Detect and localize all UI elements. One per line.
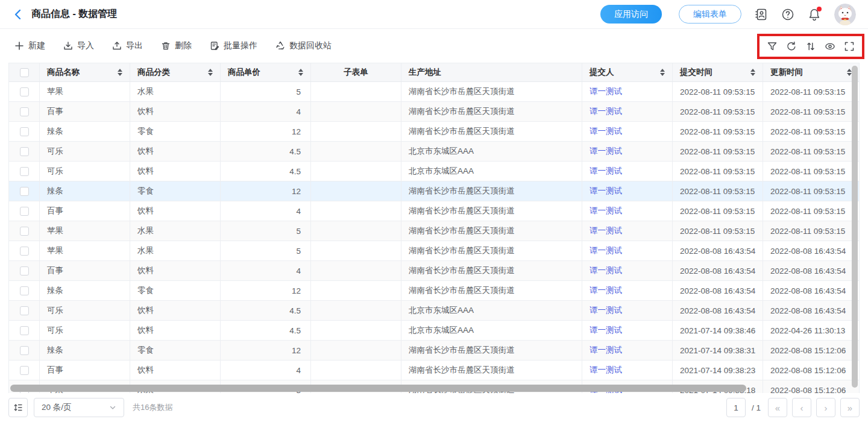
last-page-icon[interactable]: »	[840, 398, 860, 417]
table-row[interactable]: 百事饮料4湖南省长沙市岳麓区天顶街道谭一测试2021-07-14 09:38:2…	[9, 361, 859, 380]
table-row[interactable]: 可乐饮料4.5北京市东城区AAA谭一测试2022-08-08 16:43:542…	[9, 301, 859, 321]
table-row[interactable]: 苹果水果5湖南省长沙市岳麓区天顶街道谭一测试2022-08-11 09:53:1…	[9, 82, 859, 102]
subform-cell	[311, 261, 401, 280]
row-checkbox[interactable]	[20, 286, 29, 295]
delete-button[interactable]: 删除	[161, 40, 192, 51]
submitter-link[interactable]: 谭一测试	[582, 201, 673, 221]
row-checkbox[interactable]	[20, 247, 29, 256]
page-number-input[interactable]	[726, 398, 746, 417]
submitter-link[interactable]: 谭一测试	[582, 162, 673, 181]
submitter-link[interactable]: 谭一测试	[582, 261, 673, 280]
row-checkbox[interactable]	[20, 107, 29, 116]
sort-caret-icon[interactable]	[746, 69, 755, 76]
vertical-scrollbar[interactable]	[852, 66, 858, 388]
row-checkbox[interactable]	[20, 306, 29, 315]
page-size-select[interactable]: 20 条/页	[34, 398, 124, 417]
export-icon	[112, 41, 122, 51]
sort-caret-icon[interactable]	[842, 69, 852, 76]
total-count-text: 共16条数据	[133, 402, 172, 413]
row-checkbox[interactable]	[20, 167, 29, 176]
row-checkbox[interactable]	[20, 346, 29, 355]
new-button[interactable]: 新建	[14, 40, 45, 51]
table-row[interactable]: 辣条零食12湖南省长沙市岳麓区天顶街道谭一测试2021-07-14 09:38:…	[9, 341, 859, 361]
plus-icon	[14, 41, 24, 51]
submitter-link[interactable]: 谭一测试	[582, 241, 673, 260]
submit-time-cell: 2021-07-14 09:38:31	[673, 341, 763, 360]
avatar[interactable]	[834, 4, 856, 25]
column-header-category[interactable]: 商品分类	[130, 63, 221, 81]
edit-form-button[interactable]: 编辑表单	[679, 5, 741, 24]
table-row[interactable]: 可乐饮料4.5北京市东城区AAA谭一测试2022-08-11 09:53:152…	[9, 142, 859, 162]
row-checkbox-cell	[9, 361, 40, 380]
table-row[interactable]: 可乐饮料4.5北京市东城区AAA谭一测试2022-08-11 09:53:152…	[9, 162, 859, 181]
submit-time-cell: 2022-08-11 09:53:15	[673, 102, 763, 121]
submit-time-cell: 2022-08-08 16:43:54	[673, 301, 763, 320]
sort-icon[interactable]	[805, 41, 816, 52]
refresh-icon[interactable]	[786, 41, 797, 52]
row-checkbox[interactable]	[20, 187, 29, 196]
row-checkbox[interactable]	[20, 207, 29, 216]
column-header-subform: 子表单	[311, 63, 401, 81]
submitter-link[interactable]: 谭一测试	[582, 82, 673, 101]
row-checkbox[interactable]	[20, 87, 29, 96]
submitter-link[interactable]: 谭一测试	[582, 221, 673, 241]
table-row[interactable]: 百事饮料4湖南省长沙市岳麓区天顶街道谭一测试2022-08-11 09:53:1…	[9, 201, 859, 221]
submit-time-cell: 2022-08-11 09:53:15	[673, 201, 763, 221]
table-row[interactable]: 辣条零食12湖南省长沙市岳麓区天顶街道谭一测试2022-08-11 09:53:…	[9, 181, 859, 201]
import-button[interactable]: 导入	[63, 40, 94, 51]
sort-caret-icon[interactable]	[203, 69, 213, 76]
next-page-icon[interactable]: ›	[816, 398, 835, 417]
fullscreen-icon[interactable]	[844, 41, 855, 52]
submitter-link[interactable]: 谭一测试	[582, 181, 673, 201]
submitter-link[interactable]: 谭一测试	[582, 142, 673, 161]
row-checkbox[interactable]	[20, 127, 29, 136]
row-checkbox[interactable]	[20, 227, 29, 236]
table-row[interactable]: 可乐饮料4.5北京市东城区AAA谭一测试2021-07-14 09:38:462…	[9, 321, 859, 341]
sort-caret-icon[interactable]	[655, 69, 665, 76]
back-icon[interactable]	[12, 8, 24, 20]
contacts-icon[interactable]	[755, 8, 768, 21]
row-checkbox[interactable]	[20, 147, 29, 156]
help-icon[interactable]	[781, 8, 794, 21]
sort-caret-icon[interactable]	[294, 69, 303, 76]
notification-bell-icon[interactable]	[808, 8, 821, 21]
table-row[interactable]: 苹果水果5湖南省长沙市岳麓区天顶街道谭一测试2022-08-08 16:43:5…	[9, 241, 859, 261]
batch-operate-button[interactable]: 批量操作	[210, 40, 257, 51]
table-row[interactable]: 百事饮料4湖南省长沙市岳麓区天顶街道谭一测试2022-08-11 09:53:1…	[9, 102, 859, 122]
column-header-submitter[interactable]: 提交人	[582, 63, 673, 81]
sort-caret-icon[interactable]	[113, 69, 122, 76]
submitter-link[interactable]: 谭一测试	[582, 341, 673, 360]
column-header-unit-price[interactable]: 商品单价	[221, 63, 311, 81]
row-checkbox[interactable]	[20, 266, 29, 276]
app-access-button[interactable]: 应用访问	[600, 5, 662, 24]
submitter-link[interactable]: 谭一测试	[582, 321, 673, 340]
row-density-button[interactable]	[8, 398, 28, 417]
submitter-link[interactable]: 谭一测试	[582, 281, 673, 300]
unit-price-cell: 12	[221, 122, 311, 141]
submitter-link[interactable]: 谭一测试	[582, 122, 673, 141]
unit-price-cell: 5	[221, 82, 311, 101]
export-button[interactable]: 导出	[112, 40, 143, 51]
horizontal-scrollbar[interactable]	[10, 385, 746, 392]
prev-page-icon[interactable]: ‹	[792, 398, 811, 417]
submitter-link[interactable]: 谭一测试	[582, 361, 673, 380]
row-checkbox[interactable]	[20, 366, 29, 375]
category-cell: 饮料	[130, 361, 221, 380]
submitter-link[interactable]: 谭一测试	[582, 102, 673, 121]
recycle-bin-button[interactable]: 数据回收站	[275, 40, 332, 51]
column-header-update-time[interactable]: 更新时间	[763, 63, 859, 81]
batch-edit-icon	[210, 41, 219, 51]
table-row[interactable]: 辣条零食12湖南省长沙市岳麓区天顶街道谭一测试2022-08-08 16:43:…	[9, 281, 859, 301]
filter-icon[interactable]	[767, 41, 778, 52]
table-row[interactable]: 百事饮料4湖南省长沙市岳麓区天顶街道谭一测试2022-08-08 16:43:5…	[9, 261, 859, 281]
first-page-icon[interactable]: «	[768, 398, 787, 417]
column-visibility-icon[interactable]	[825, 41, 835, 52]
table-row[interactable]: 辣条零食12湖南省长沙市岳麓区天顶街道谭一测试2022-08-11 09:53:…	[9, 122, 859, 142]
column-header-submit-time[interactable]: 提交时间	[673, 63, 763, 81]
table-row[interactable]: 苹果水果5湖南省长沙市岳麓区天顶街道谭一测试2022-08-11 09:53:1…	[9, 221, 859, 241]
select-all-cell	[9, 63, 40, 81]
row-checkbox[interactable]	[20, 326, 29, 335]
submitter-link[interactable]: 谭一测试	[582, 301, 673, 320]
column-header-product-name[interactable]: 商品名称	[40, 63, 130, 81]
select-all-checkbox[interactable]	[20, 68, 29, 77]
